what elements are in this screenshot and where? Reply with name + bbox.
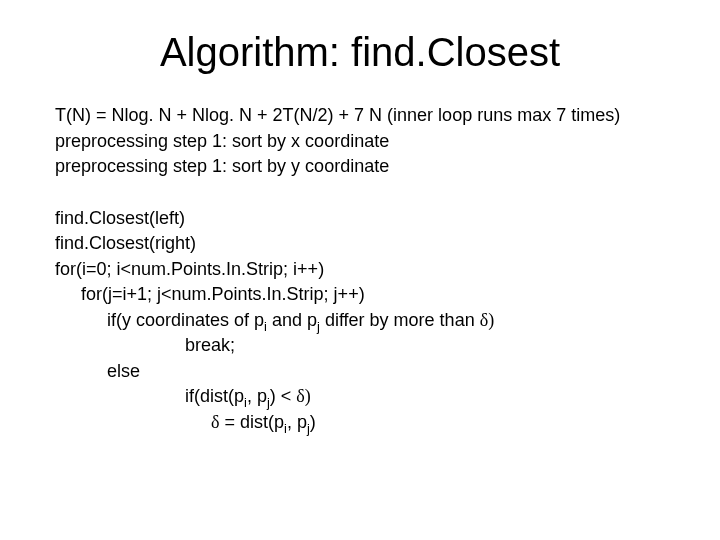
text-assign-part-b: = dist(p [219,412,284,432]
spacer [55,180,680,206]
text-call-left: find.Closest(left) [55,206,680,232]
text-assign-part-d: ) [310,412,316,432]
text-if-dist-part-c: ) < [270,386,297,406]
text-else: else [55,359,680,385]
text-call-right: find.Closest(right) [55,231,680,257]
text-if-y-part-c: differ by more than [320,310,480,330]
text-if-y: if(y coordinates of pi and pj differ by … [55,308,680,334]
slide: Algorithm: find.Closest T(N) = Nlog. N +… [0,0,720,540]
text-if-dist-part-b: , p [247,386,267,406]
text-if-y-part-a: if(y coordinates of p [107,310,264,330]
text-recurrence: T(N) = Nlog. N + Nlog. N + 2T(N/2) + 7 N… [55,103,680,129]
slide-body: T(N) = Nlog. N + Nlog. N + 2T(N/2) + 7 N… [0,103,720,436]
text-preprocess-1: preprocessing step 1: sort by x coordina… [55,129,680,155]
delta-symbol: δ) [480,310,494,330]
text-preprocess-2: preprocessing step 1: sort by y coordina… [55,154,680,180]
slide-title: Algorithm: find.Closest [0,0,720,103]
text-break: break; [55,333,680,359]
text-for-j: for(j=i+1; j<num.Points.In.Strip; j++) [55,282,680,308]
text-for-i: for(i=0; i<num.Points.In.Strip; i++) [55,257,680,283]
text-assign-delta: δ = dist(pi, pj) [55,410,680,436]
text-assign-part-c: , p [287,412,307,432]
text-if-dist: if(dist(pi, pj) < δ) [55,384,680,410]
text-if-dist-part-a: if(dist(p [185,386,244,406]
delta-symbol: δ) [296,386,310,406]
text-if-y-part-b: and p [267,310,317,330]
